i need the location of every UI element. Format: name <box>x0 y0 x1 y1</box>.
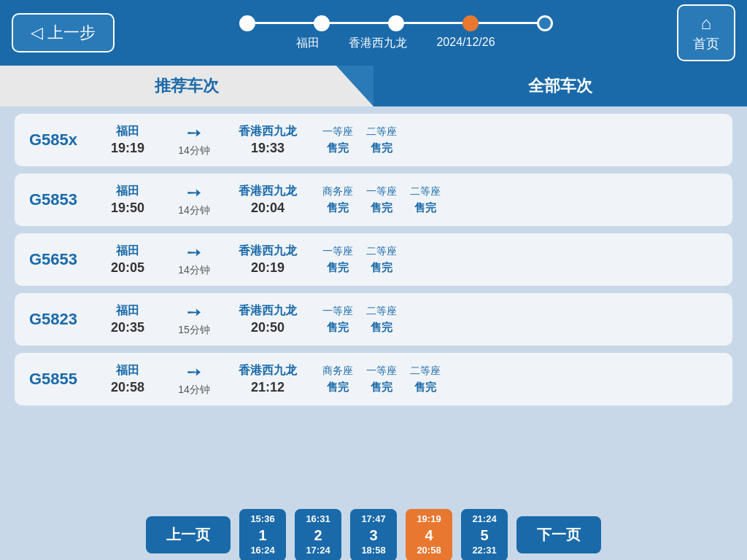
route-arrow: ➙ 14分钟 <box>165 182 223 217</box>
train-to: 香港西九龙 20:19 <box>228 244 308 276</box>
seat-class: 二等座 售完 <box>366 245 397 275</box>
to-station-label: 香港西九龙 <box>349 36 407 51</box>
seat-class: 一等座 售完 <box>322 245 353 275</box>
seat-class: 二等座 售完 <box>366 125 397 155</box>
train-from: 福田 20:35 <box>95 303 160 335</box>
tab-bar: 推荐车次 全部车次 <box>0 66 747 106</box>
tab-all[interactable]: 全部车次 <box>374 66 747 106</box>
train-list: G585x 福田 19:19 ➙ 14分钟 香港西九龙 19:33 一等座 售完… <box>0 106 747 500</box>
route-arrow: ➙ 14分钟 <box>165 362 223 397</box>
train-number: G585x <box>29 131 95 149</box>
train-row[interactable]: G585x 福田 19:19 ➙ 14分钟 香港西九龙 19:33 一等座 售完… <box>15 114 732 166</box>
header: ◁ 上一步 福田 香港西九龙 2024/12/26 ⌂ 首页 <box>0 0 747 66</box>
step-2 <box>314 15 330 31</box>
train-from: 福田 20:58 <box>95 363 160 395</box>
arrow-icon: ➙ <box>187 182 201 203</box>
seat-classes: 一等座 售完 二等座 售完 <box>322 305 718 335</box>
step-3 <box>388 15 404 31</box>
train-row[interactable]: G5823 福田 20:35 ➙ 15分钟 香港西九龙 20:50 一等座 售完… <box>15 293 732 346</box>
page-num-button-4[interactable]: 19:19 4 20:58 <box>406 509 452 560</box>
train-row[interactable]: G5855 福田 20:58 ➙ 14分钟 香港西九龙 21:12 商务座 售完… <box>15 353 732 405</box>
page-num-button-5[interactable]: 21:24 5 22:31 <box>461 509 508 560</box>
seat-class: 商务座 售完 <box>322 365 353 394</box>
arrow-icon: ➙ <box>187 242 201 262</box>
seat-class: 一等座 售完 <box>322 125 353 155</box>
train-number: G5823 <box>29 310 95 329</box>
seat-class: 二等座 售完 <box>366 305 397 335</box>
step-line-4 <box>479 22 537 24</box>
step-line-3 <box>404 22 462 24</box>
step-line-2 <box>330 22 388 24</box>
arrow-icon: ➙ <box>187 122 201 143</box>
home-label: 首页 <box>693 35 719 52</box>
steps-labels: 福田 香港西九龙 2024/12/26 <box>296 36 495 51</box>
seat-class: 一等座 售完 <box>322 305 353 335</box>
seat-class: 二等座 售完 <box>410 185 441 215</box>
step-1 <box>239 15 255 31</box>
route-arrow: ➙ 14分钟 <box>165 122 223 158</box>
seat-classes: 一等座 售完 二等座 售完 <box>322 125 718 155</box>
back-button[interactable]: ◁ 上一步 <box>12 13 115 52</box>
train-to: 香港西九龙 19:33 <box>228 124 308 156</box>
step-5 <box>537 15 553 31</box>
tab-recommended[interactable]: 推荐车次 <box>0 66 374 106</box>
home-icon: ⌂ <box>701 13 712 34</box>
arrow-icon: ➙ <box>187 362 201 382</box>
page-num-button-3[interactable]: 17:47 3 18:58 <box>350 509 397 560</box>
route-arrow: ➙ 15分钟 <box>165 302 223 337</box>
train-number: G5653 <box>29 250 95 269</box>
train-from: 福田 20:05 <box>95 244 160 276</box>
train-to: 香港西九龙 21:12 <box>228 363 308 395</box>
seat-class: 一等座 售完 <box>366 365 397 394</box>
date-label: 2024/12/26 <box>436 36 495 51</box>
seat-classes: 商务座 售完 一等座 售完 二等座 售完 <box>322 185 718 215</box>
back-label: 上一步 <box>47 22 96 44</box>
steps-section: 福田 香港西九龙 2024/12/26 <box>129 15 662 51</box>
from-station-label: 福田 <box>296 36 320 51</box>
pagination: 上一页 15:36 1 16:24 16:31 2 17:24 17:47 3 … <box>0 500 747 560</box>
page-num-button-2[interactable]: 16:31 2 17:24 <box>295 509 341 560</box>
arrow-icon: ➙ <box>187 302 201 322</box>
train-to: 香港西九龙 20:50 <box>228 303 308 335</box>
next-page-button[interactable]: 下一页 <box>516 516 601 553</box>
steps-row <box>129 15 662 31</box>
step-4 <box>462 15 479 31</box>
seat-classes: 一等座 售完 二等座 售完 <box>322 245 718 275</box>
seat-class: 二等座 售完 <box>410 365 441 394</box>
seat-classes: 商务座 售完 一等座 售完 二等座 售完 <box>322 365 718 394</box>
back-arrow-icon: ◁ <box>31 23 43 42</box>
route-arrow: ➙ 14分钟 <box>165 242 223 277</box>
seat-class: 一等座 售完 <box>366 185 397 215</box>
prev-page-button[interactable]: 上一页 <box>146 516 231 553</box>
train-number: G5855 <box>29 370 95 389</box>
home-button[interactable]: ⌂ 首页 <box>677 4 735 61</box>
seat-class: 商务座 售完 <box>322 185 353 215</box>
train-row[interactable]: G5853 福田 19:50 ➙ 14分钟 香港西九龙 20:04 商务座 售完… <box>15 174 732 226</box>
train-from: 福田 19:19 <box>95 124 160 156</box>
step-line-1 <box>255 22 314 24</box>
train-from: 福田 19:50 <box>95 184 160 216</box>
train-row[interactable]: G5653 福田 20:05 ➙ 14分钟 香港西九龙 20:19 一等座 售完… <box>15 233 732 286</box>
train-number: G5853 <box>29 190 95 209</box>
train-to: 香港西九龙 20:04 <box>228 184 308 216</box>
page-num-button-1[interactable]: 15:36 1 16:24 <box>239 509 286 560</box>
